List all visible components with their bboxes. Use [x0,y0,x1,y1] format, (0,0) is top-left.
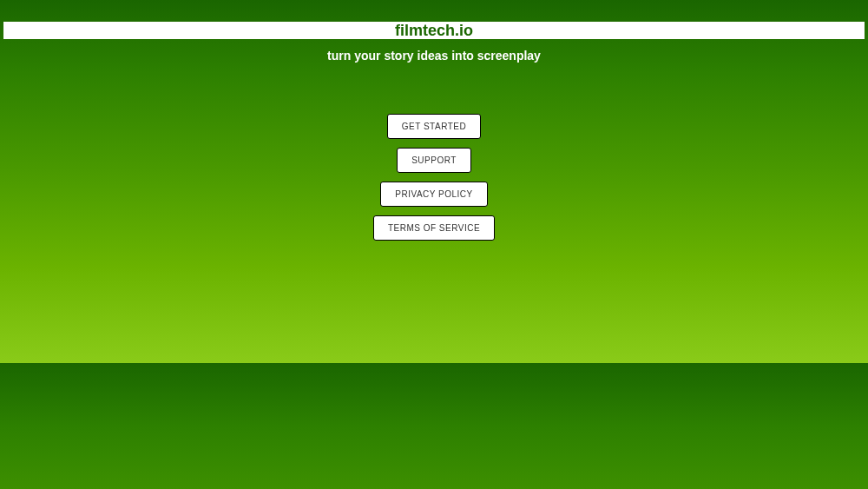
support-button[interactable]: SUPPORT [397,148,471,173]
get-started-button[interactable]: GET STARTED [387,114,481,139]
terms-of-service-button[interactable]: TERMS OF SERVICE [373,215,495,241]
buttons-container: GET STARTED SUPPORT PRIVACY POLICY TERMS… [0,114,868,241]
site-title: filmtech.io [395,22,473,40]
tagline: turn your story ideas into screenplay [0,49,868,63]
bottom-section [0,363,868,489]
page-container: filmtech.io turn your story ideas into s… [0,0,868,489]
header-bar: filmtech.io [3,22,865,39]
privacy-policy-button[interactable]: PRIVACY POLICY [380,182,487,207]
